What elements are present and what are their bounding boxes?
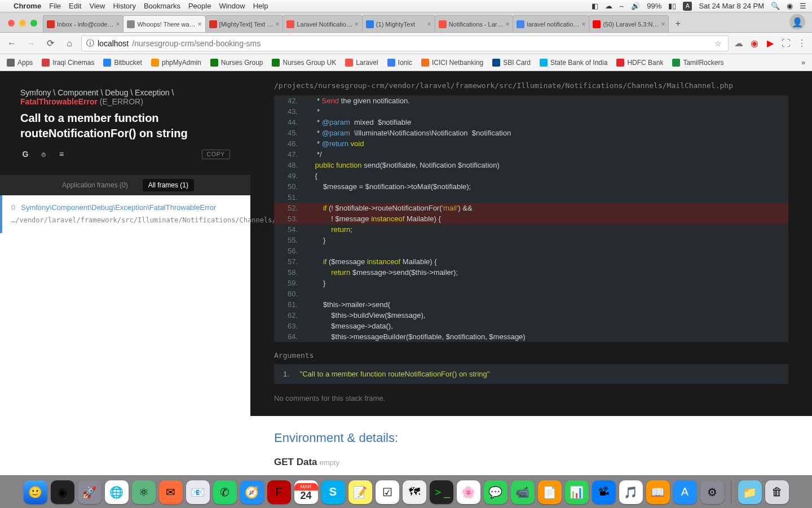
zoom-window-button[interactable] <box>30 20 37 27</box>
app-badge-icon[interactable]: A <box>683 2 692 11</box>
tab-close-icon[interactable]: × <box>275 20 279 28</box>
stackoverflow-icon[interactable]: ≡ <box>56 149 67 159</box>
browser-tab[interactable]: [MightyText] Text …× <box>205 15 284 32</box>
menu-people[interactable]: People <box>188 2 211 10</box>
status-icon[interactable]: ◧ <box>592 2 598 10</box>
menu-window[interactable]: Window <box>219 2 245 10</box>
notifications-icon[interactable]: ☰ <box>800 2 806 10</box>
bookmark-item[interactable]: HDFC Bank <box>616 59 663 67</box>
dock-ibooks-icon[interactable]: 📖 <box>646 480 670 504</box>
tab-all-frames[interactable]: All frames (1) <box>143 179 194 191</box>
dock-siri-icon[interactable]: ◉ <box>51 480 74 504</box>
dock-finder-icon[interactable]: 🙂 <box>24 480 47 504</box>
bookmark-item[interactable]: Nurses Group UK <box>272 59 336 67</box>
bookmark-item[interactable]: State Bank of India <box>540 59 607 67</box>
bookmark-item[interactable]: ICICI Netbanking <box>421 59 483 67</box>
ext-icon-1[interactable]: ☁ <box>733 38 744 49</box>
copy-button[interactable]: COPY <box>202 150 230 159</box>
close-window-button[interactable] <box>8 20 15 27</box>
dock-launchpad-icon[interactable]: 🚀 <box>78 480 102 504</box>
stack-frame[interactable]: 0 Symfony\Component\Debug\Exception\Fata… <box>0 195 250 233</box>
tab-close-icon[interactable]: × <box>427 20 431 28</box>
dock-atom-icon[interactable]: ⚛ <box>132 480 156 504</box>
minimize-window-button[interactable] <box>19 20 26 27</box>
bookmark-item[interactable]: Iraqi Cinemas <box>42 59 94 67</box>
bookmark-item[interactable]: Nurses Group <box>210 59 263 67</box>
browser-tab[interactable]: (1) MightyText× <box>362 15 435 32</box>
clock[interactable]: Sat 24 Mar 8 24 PM <box>699 2 764 10</box>
tab-close-icon[interactable]: × <box>116 20 120 28</box>
dock-numbers-icon[interactable]: 📊 <box>565 480 589 504</box>
url-input[interactable]: ⓘ localhost/nursesgroup-crm/send-booking… <box>81 36 729 51</box>
dock-photos-icon[interactable]: 🌸 <box>457 480 480 504</box>
home-button[interactable]: ⌂ <box>62 36 77 51</box>
dock-terminal-icon[interactable]: ＞_ <box>430 480 453 504</box>
ext-icon-2[interactable]: ◉ <box>749 38 760 49</box>
browser-tab[interactable]: (50) Laravel 5.3:N…× <box>589 15 669 32</box>
menu-help[interactable]: Help <box>253 2 268 10</box>
tab-close-icon[interactable]: × <box>355 20 359 28</box>
dock-postman-icon[interactable]: ✉ <box>159 480 183 504</box>
dock-filezilla-icon[interactable]: F <box>267 480 291 504</box>
dock-chrome-icon[interactable]: 🌐 <box>105 480 129 504</box>
dock-downloads-icon[interactable]: 📁 <box>738 480 762 504</box>
bookmark-item[interactable]: Laravel <box>345 59 378 67</box>
bookmarks-overflow[interactable]: » <box>801 59 805 67</box>
wifi-icon[interactable]: ⌢ <box>619 2 624 11</box>
dock-facetime-icon[interactable]: 📹 <box>511 480 535 504</box>
app-name[interactable]: Chrome <box>14 2 41 10</box>
menu-file[interactable]: File <box>49 2 61 10</box>
menu-edit[interactable]: Edit <box>69 2 81 10</box>
dock-notes-icon[interactable]: 📝 <box>348 480 372 504</box>
site-info-icon[interactable]: ⓘ <box>86 38 94 49</box>
dock-keynote-icon[interactable]: 📽 <box>592 480 616 504</box>
google-search-icon[interactable]: G <box>20 149 30 159</box>
dock-messages-icon[interactable]: 💬 <box>484 480 508 504</box>
cloud-icon[interactable]: ☁ <box>605 2 612 10</box>
new-tab-button[interactable]: + <box>670 16 685 31</box>
menu-view[interactable]: View <box>89 2 105 10</box>
siri-icon[interactable]: ◉ <box>787 2 793 10</box>
bookmarks-apps[interactable]: Apps <box>7 59 33 67</box>
forward-button[interactable]: → <box>24 36 38 51</box>
bookmark-item[interactable]: TamilRockers <box>672 59 723 67</box>
dock-pages-icon[interactable]: 📄 <box>538 480 562 504</box>
dock-preferences-icon[interactable]: ⚙ <box>700 480 724 504</box>
dock-appstore-icon[interactable]: A <box>673 480 697 504</box>
bookmark-item[interactable]: Bitbucket <box>103 59 142 67</box>
tab-close-icon[interactable]: × <box>581 20 585 28</box>
browser-tab[interactable]: Whoops! There wa…× <box>123 15 205 32</box>
reload-button[interactable]: ⟳ <box>43 36 58 51</box>
dock-skype-icon[interactable]: S <box>321 480 345 504</box>
dock-maps-icon[interactable]: 🗺 <box>403 480 426 504</box>
menu-bookmarks[interactable]: Bookmarks <box>144 2 180 10</box>
bookmark-item[interactable]: SBI Card <box>492 59 531 67</box>
back-button[interactable]: ← <box>5 36 19 51</box>
browser-tab[interactable]: laravel notificatio…× <box>513 15 589 32</box>
ext-icon-3[interactable]: ▶ <box>765 38 776 49</box>
tab-close-icon[interactable]: × <box>198 20 202 28</box>
ext-icon-4[interactable]: ⛶ <box>780 38 792 49</box>
dock-safari-icon[interactable]: 🧭 <box>240 480 264 504</box>
dock-mail-icon[interactable]: 📧 <box>186 480 210 504</box>
dock-reminders-icon[interactable]: ☑ <box>376 480 399 504</box>
spotlight-icon[interactable]: 🔍 <box>771 2 780 10</box>
browser-tab[interactable]: Laravel Notificatio…× <box>283 15 362 32</box>
tab-close-icon[interactable]: × <box>505 20 509 28</box>
link-icon[interactable]: ⌾ <box>38 149 48 159</box>
bookmark-item[interactable]: phpMyAdmin <box>151 59 201 67</box>
tab-application-frames[interactable]: Application frames (0) <box>56 179 134 191</box>
star-icon[interactable]: ☆ <box>712 39 723 48</box>
dock-whatsapp-icon[interactable]: ✆ <box>213 480 237 504</box>
tab-close-icon[interactable]: × <box>661 20 665 28</box>
browser-menu-button[interactable]: ⋮ <box>796 38 807 49</box>
volume-icon[interactable]: 🔊 <box>631 2 640 10</box>
bookmark-item[interactable]: Ionic <box>387 59 412 67</box>
battery-icon[interactable]: ▮▯ <box>668 2 676 10</box>
profile-avatar[interactable]: 👤 <box>789 14 805 30</box>
browser-tab[interactable]: Notifications - Lar…× <box>435 15 514 32</box>
dock-calendar-icon[interactable]: MAR24 <box>294 480 318 504</box>
dock-trash-icon[interactable]: 🗑 <box>765 480 789 504</box>
dock-itunes-icon[interactable]: 🎵 <box>619 480 643 504</box>
browser-tab[interactable]: Inbox - info@code…× <box>43 15 123 32</box>
